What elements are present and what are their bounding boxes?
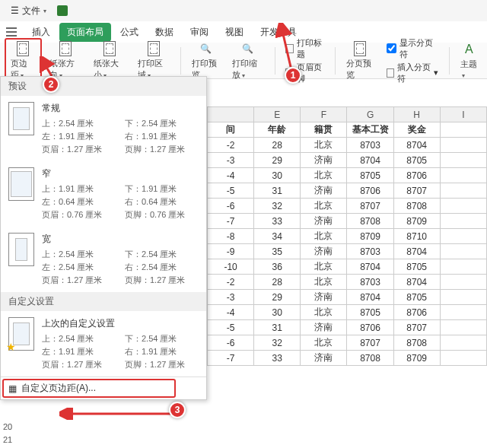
cell[interactable]: 北京 <box>301 275 347 290</box>
cell[interactable]: 31 <box>254 320 301 335</box>
table-row[interactable]: -632北京87078708 <box>208 199 487 214</box>
table-row[interactable]: -935济南87038704 <box>208 244 487 259</box>
cell[interactable]: 8706 <box>347 320 393 335</box>
cell[interactable]: 32 <box>254 199 301 214</box>
cell[interactable]: 8710 <box>393 229 440 244</box>
preset-last-custom[interactable]: ★ 上次的自定义设置 上：2.54 厘米下：2.54 厘米 左：1.91 厘米右… <box>1 311 206 377</box>
cell[interactable]: -8 <box>208 229 254 244</box>
cell[interactable]: 8704 <box>393 138 440 153</box>
cell[interactable]: 北京 <box>301 335 347 351</box>
cell[interactable]: -2 <box>208 275 254 290</box>
ribbon-themes[interactable]: A 主题▾ <box>456 40 483 81</box>
cell[interactable]: 济南 <box>301 183 347 199</box>
preset-wide[interactable]: 宽 上：2.54 厘米下：2.54 厘米 左：2.54 厘米右：2.54 厘米 … <box>1 227 206 292</box>
preset-narrow[interactable]: 窄 上：1.91 厘米下：1.91 厘米 左：0.64 厘米右：0.64 厘米 … <box>1 161 206 227</box>
cell[interactable]: 8706 <box>347 183 393 199</box>
cell[interactable]: 8704 <box>393 244 440 259</box>
ribbon-page-break-preview[interactable]: 分页预览 <box>342 40 379 82</box>
cell[interactable]: 8704 <box>347 259 393 275</box>
cell[interactable]: -2 <box>208 138 254 153</box>
cell[interactable]: 8709 <box>393 214 440 229</box>
cell[interactable]: 8706 <box>393 305 440 320</box>
cell[interactable]: 29 <box>254 153 301 168</box>
cell[interactable]: 8707 <box>347 335 393 351</box>
custom-margins-item[interactable]: ▦ 自定义页边距(A)... <box>1 377 206 399</box>
cell[interactable]: 33 <box>254 214 301 229</box>
cell[interactable]: 30 <box>254 168 301 183</box>
cell[interactable]: -4 <box>208 305 254 320</box>
cell[interactable]: -6 <box>208 335 254 351</box>
cell[interactable]: -5 <box>208 183 254 199</box>
cell[interactable]: 35 <box>254 244 301 259</box>
cell[interactable]: 8709 <box>393 351 440 366</box>
table-row[interactable]: -228北京87038704 <box>208 275 487 290</box>
table-row[interactable]: -228北京87038704 <box>208 138 487 153</box>
table-row[interactable]: -834北京87098710 <box>208 229 487 244</box>
cell[interactable]: -5 <box>208 320 254 335</box>
cell[interactable]: -10 <box>208 259 254 275</box>
cell[interactable]: 30 <box>254 305 301 320</box>
table-row[interactable]: -329济南87048705 <box>208 290 487 305</box>
cell[interactable]: 29 <box>254 290 301 305</box>
grid[interactable]: E F G H I 间 年龄 籍贯 基本工资 奖金 -228北京87038704… <box>207 106 487 366</box>
preset-normal[interactable]: 常规 上：2.54 厘米下：2.54 厘米 左：1.91 厘米右：1.91 厘米… <box>1 96 206 161</box>
table-row[interactable]: -733济南87088709 <box>208 214 487 229</box>
cell[interactable]: -4 <box>208 168 254 183</box>
cell[interactable]: -9 <box>208 244 254 259</box>
cell[interactable]: 31 <box>254 183 301 199</box>
cell[interactable]: 8709 <box>347 229 393 244</box>
table-row[interactable]: -1036北京87048705 <box>208 259 487 275</box>
cell[interactable]: 济南 <box>301 320 347 335</box>
table-row[interactable]: -430北京87058706 <box>208 305 487 320</box>
cell[interactable]: 8705 <box>347 305 393 320</box>
ribbon-insert-break[interactable]: 插入分页符▾ <box>387 62 438 84</box>
cell[interactable]: -7 <box>208 214 254 229</box>
cell[interactable]: 8704 <box>347 290 393 305</box>
cell[interactable]: 济南 <box>301 290 347 305</box>
cell[interactable]: 8707 <box>347 199 393 214</box>
table-row[interactable]: -430北京87058706 <box>208 168 487 183</box>
cell[interactable]: 北京 <box>301 259 347 275</box>
ribbon-show-breaks[interactable]: 显示分页符 <box>387 37 438 60</box>
file-menu[interactable]: ☰ 文件 ▾ <box>6 3 51 19</box>
cell[interactable]: 济南 <box>301 244 347 259</box>
cell[interactable]: -6 <box>208 199 254 214</box>
cell[interactable]: 8703 <box>347 244 393 259</box>
cell[interactable]: 8705 <box>393 153 440 168</box>
cell[interactable]: 8706 <box>393 168 440 183</box>
cell[interactable]: 8708 <box>347 351 393 366</box>
cell[interactable]: 8703 <box>347 138 393 153</box>
cell[interactable]: 8703 <box>347 275 393 290</box>
quick-access-icon[interactable] <box>6 27 17 37</box>
cell[interactable]: 8708 <box>393 199 440 214</box>
cell[interactable]: 济南 <box>301 214 347 229</box>
cell[interactable]: -3 <box>208 153 254 168</box>
cell[interactable]: 8705 <box>393 259 440 275</box>
table-row[interactable]: -531济南87068707 <box>208 320 487 335</box>
cell[interactable]: 8705 <box>393 290 440 305</box>
cell[interactable]: 8708 <box>347 214 393 229</box>
cell[interactable]: 28 <box>254 275 301 290</box>
cell[interactable]: 33 <box>254 351 301 366</box>
header-row[interactable]: 间 年龄 籍贯 基本工资 奖金 <box>208 122 487 138</box>
cell[interactable]: 北京 <box>301 138 347 153</box>
cell[interactable]: 8708 <box>393 335 440 351</box>
cell[interactable]: 36 <box>254 259 301 275</box>
spreadsheet[interactable]: E F G H I 间 年龄 籍贯 基本工资 奖金 -228北京87038704… <box>207 106 487 448</box>
cell[interactable]: 北京 <box>301 168 347 183</box>
table-row[interactable]: -733济南87088709 <box>208 351 487 366</box>
cell[interactable]: 北京 <box>301 229 347 244</box>
table-row[interactable]: -329济南87048705 <box>208 153 487 168</box>
cell[interactable]: 济南 <box>301 153 347 168</box>
cell[interactable]: 34 <box>254 229 301 244</box>
cell[interactable]: 8705 <box>347 168 393 183</box>
cell[interactable]: 8707 <box>393 183 440 199</box>
cell[interactable]: 8704 <box>347 153 393 168</box>
cell[interactable]: 济南 <box>301 351 347 366</box>
show-breaks-checkbox[interactable] <box>387 43 396 53</box>
cell[interactable]: 8704 <box>393 275 440 290</box>
cell[interactable]: 32 <box>254 335 301 351</box>
cell[interactable]: 8707 <box>393 320 440 335</box>
cell[interactable]: -7 <box>208 351 254 366</box>
cell[interactable]: 28 <box>254 138 301 153</box>
